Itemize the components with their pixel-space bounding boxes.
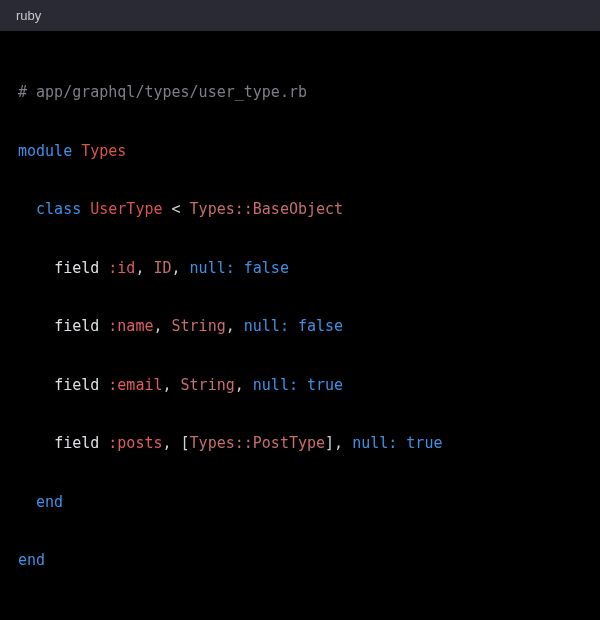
bracket: ] — [325, 434, 334, 452]
comment: # app/graphql/types/user_type.rb — [18, 83, 307, 101]
punct: , — [235, 376, 253, 394]
method-name: field — [54, 376, 99, 394]
symbol: :email — [108, 376, 162, 394]
code-line: class UserType < Types::BaseObject — [18, 195, 582, 224]
null-kw: null: — [244, 317, 289, 335]
code-line: field :name, String, null: false — [18, 312, 582, 341]
punct: , — [135, 259, 153, 277]
base-class: Types::BaseObject — [190, 200, 344, 218]
bool: true — [406, 434, 442, 452]
punct: , — [163, 434, 181, 452]
punct: , — [153, 317, 171, 335]
null-kw: null: — [253, 376, 298, 394]
code-line: # app/graphql/types/user_type.rb — [18, 78, 582, 107]
method-name: field — [54, 317, 99, 335]
method-name: field — [54, 434, 99, 452]
code-line: end — [18, 488, 582, 517]
code-line: field :id, ID, null: false — [18, 254, 582, 283]
punct: , — [334, 434, 352, 452]
bool: false — [298, 317, 343, 335]
symbol: :id — [108, 259, 135, 277]
class-name: UserType — [90, 200, 162, 218]
code-line: field :posts, [Types::PostType], null: t… — [18, 429, 582, 458]
punct: , — [226, 317, 244, 335]
punct: , — [172, 259, 190, 277]
null-kw: null: — [352, 434, 397, 452]
language-label: ruby — [16, 8, 41, 23]
module-keyword: module — [18, 142, 72, 160]
symbol: :posts — [108, 434, 162, 452]
symbol: :name — [108, 317, 153, 335]
method-name: field — [54, 259, 99, 277]
bool: true — [307, 376, 343, 394]
blank-line — [18, 605, 582, 620]
code-line: end — [18, 546, 582, 575]
type-ref: String — [181, 376, 235, 394]
code-header: ruby — [0, 0, 600, 31]
type-ref: String — [172, 317, 226, 335]
class-keyword: class — [36, 200, 81, 218]
type-ref: Types::PostType — [190, 434, 325, 452]
type-ref: ID — [153, 259, 171, 277]
null-kw: null: — [190, 259, 235, 277]
bracket: [ — [181, 434, 190, 452]
operator: < — [172, 200, 181, 218]
code-line: module Types — [18, 137, 582, 166]
bool: false — [244, 259, 289, 277]
end-keyword: end — [18, 551, 45, 569]
code-block: # app/graphql/types/user_type.rb module … — [0, 31, 600, 620]
end-keyword: end — [36, 493, 63, 511]
code-line: field :email, String, null: true — [18, 371, 582, 400]
punct: , — [163, 376, 181, 394]
module-name: Types — [81, 142, 126, 160]
